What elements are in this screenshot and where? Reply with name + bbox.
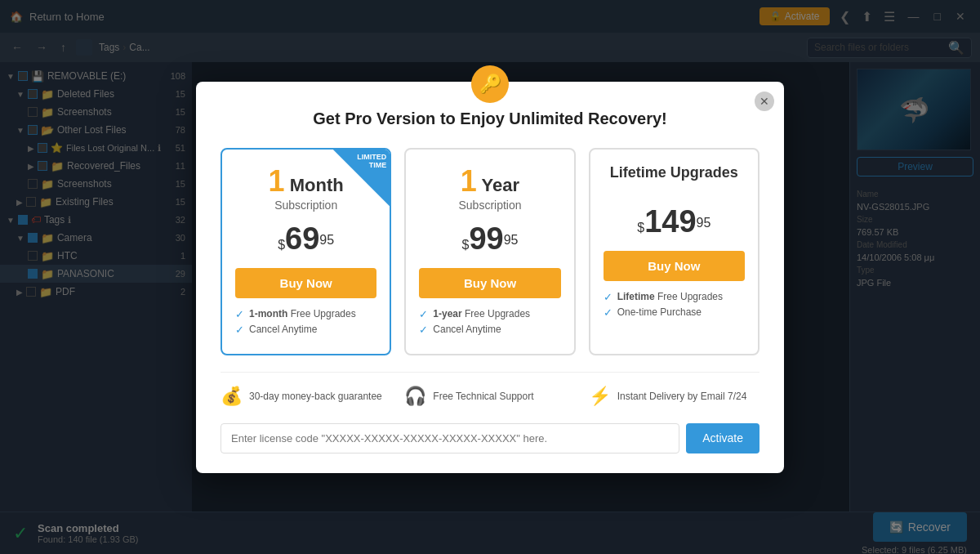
- activate-modal-button[interactable]: Activate: [686, 423, 760, 453]
- plan1-amount: 69: [285, 221, 319, 256]
- plan3-period: Lifetime Upgrades: [610, 164, 738, 181]
- plan2-number: 1: [461, 164, 477, 198]
- check-icon-3: ✓: [419, 308, 428, 320]
- plan2-period: Year: [477, 175, 519, 195]
- delivery-icon: ⚡: [589, 386, 611, 407]
- plan1-cents: 95: [319, 232, 334, 246]
- plan2-type: Subscription: [419, 199, 560, 212]
- buy-button-lifetime[interactable]: Buy Now: [604, 251, 745, 281]
- license-input[interactable]: [220, 423, 679, 453]
- guarantee-delivery: ⚡ Instant Delivery by Email 7/24: [589, 386, 760, 407]
- plan2-features: ✓ 1-year Free Upgrades ✓ Cancel Anytime: [419, 308, 560, 336]
- plan2-cents: 95: [504, 232, 519, 246]
- plan2-header: 1 Year: [419, 164, 560, 199]
- plan3-features: ✓ Lifetime Free Upgrades ✓ One-time Purc…: [604, 291, 745, 319]
- moneyback-icon: 💰: [220, 386, 243, 407]
- guarantee-moneyback-text: 30-day money-back guarantee: [249, 391, 382, 402]
- plan2-price: $9995: [419, 221, 560, 257]
- plan3-feature1: ✓ Lifetime Free Upgrades: [604, 291, 745, 303]
- plan1-number: 1: [269, 164, 285, 198]
- plan2-feature2: ✓ Cancel Anytime: [419, 324, 560, 336]
- license-row: Activate: [220, 423, 760, 453]
- check-icon-4: ✓: [419, 324, 428, 336]
- guarantee-support-text: Free Technical Support: [433, 391, 533, 402]
- plan3-header: Lifetime Upgrades: [604, 164, 745, 181]
- plan3-feature2: ✓ One-time Purchase: [604, 306, 745, 319]
- modal-title: Get Pro Version to Enjoy Unlimited Recov…: [220, 109, 760, 128]
- plan1-features: ✓ 1-month Free Upgrades ✓ Cancel Anytime: [235, 308, 376, 336]
- plan2-amount: 99: [469, 221, 503, 256]
- check-icon-2: ✓: [235, 324, 244, 336]
- support-icon: 🎧: [404, 386, 426, 407]
- plan-card-yearly: 1 Year Subscription $9995 Buy Now ✓ 1-ye…: [404, 148, 575, 355]
- guarantee-delivery-text: Instant Delivery by Email 7/24: [617, 391, 747, 402]
- plan3-cents: 95: [697, 215, 711, 229]
- guarantee-moneyback: 💰 30-day money-back guarantee: [220, 386, 391, 407]
- check-icon-5: ✓: [604, 291, 612, 303]
- buy-button-monthly[interactable]: Buy Now: [235, 268, 376, 298]
- guarantee-support: 🎧 Free Technical Support: [404, 386, 575, 407]
- modal-logo: 🔑: [471, 65, 509, 103]
- plan-card-monthly: LIMITEDTIME 1 Month Subscription $6995 B…: [220, 148, 391, 355]
- guarantees: 💰 30-day money-back guarantee 🎧 Free Tec…: [220, 372, 760, 407]
- plan3-amount: 149: [644, 204, 696, 239]
- buy-button-yearly[interactable]: Buy Now: [419, 268, 560, 298]
- limited-text: LIMITEDTIME: [357, 153, 386, 171]
- modal-overlay[interactable]: 🔑 ✕ Get Pro Version to Enjoy Unlimited R…: [0, 0, 980, 554]
- plan1-feature1: ✓ 1-month Free Upgrades: [235, 308, 376, 320]
- plan2-feature1: ✓ 1-year Free Upgrades: [419, 308, 560, 320]
- pricing-modal: 🔑 ✕ Get Pro Version to Enjoy Unlimited R…: [196, 82, 784, 473]
- plan1-dollar: $: [278, 238, 285, 252]
- check-icon-1: ✓: [235, 308, 244, 320]
- modal-close-button[interactable]: ✕: [755, 92, 774, 111]
- check-icon-6: ✓: [604, 306, 612, 319]
- plan-card-lifetime: Lifetime Upgrades $14995 Buy Now ✓ Lifet…: [589, 148, 760, 355]
- plan1-type: Subscription: [235, 199, 376, 212]
- plan3-type: [604, 181, 745, 194]
- plan1-feature2: ✓ Cancel Anytime: [235, 324, 376, 336]
- plan1-period: Month: [285, 175, 344, 195]
- plan1-price: $6995: [235, 221, 376, 257]
- plan3-price: $14995: [604, 204, 745, 239]
- plans-container: LIMITEDTIME 1 Month Subscription $6995 B…: [220, 148, 760, 355]
- plan3-dollar: $: [637, 221, 644, 235]
